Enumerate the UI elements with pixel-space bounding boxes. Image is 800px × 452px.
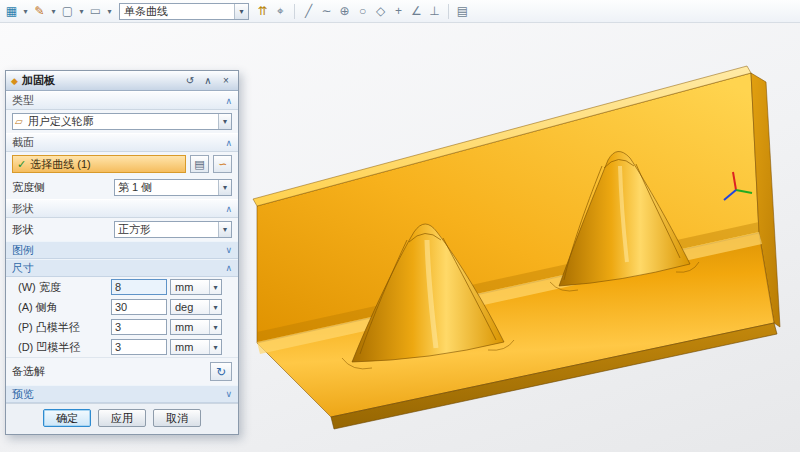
dimensions-label: 尺寸 (12, 261, 34, 276)
close-icon[interactable]: × (219, 74, 233, 88)
subgroup-header-dimensions[interactable]: 尺寸 ∧ (6, 259, 238, 277)
dim-die-label: (D) 凹模半径 (18, 340, 108, 355)
type-combo-value: 用户定义轮廓 (25, 114, 218, 129)
dim-width-unit: mm (175, 281, 209, 293)
snap-angle-icon[interactable]: ∠ (408, 3, 425, 20)
chevron-down-icon[interactable]: ▾ (209, 280, 221, 294)
alternate-solution-label: 备选解 (12, 364, 45, 379)
chevron-down-icon: ∨ (225, 245, 232, 255)
profile-icon: ▱ (13, 116, 25, 127)
dialog-footer: 确定 应用 取消 (6, 403, 238, 434)
list-icon[interactable]: ▤ (190, 155, 209, 173)
group-label-type: 类型 (12, 93, 34, 108)
dim-angle-label: (A) 侧角 (18, 300, 108, 315)
snap-circle-center-icon[interactable]: ○ (354, 3, 371, 20)
shape-row-label: 形状 (12, 222, 110, 237)
dim-die-unit-combo[interactable]: mm ▾ (170, 339, 222, 355)
shape-combo-value: 正方形 (115, 222, 218, 237)
positioning-icon[interactable]: ⌖ (272, 3, 289, 20)
preview-label: 预览 (12, 387, 34, 402)
sketch-grid-icon[interactable]: ▦ (3, 3, 20, 20)
dim-width-label: (W) 宽度 (18, 280, 108, 295)
group-label-shape: 形状 (12, 201, 34, 216)
dim-row-punch-radius: (P) 凸模半径 3 mm ▾ (6, 317, 238, 337)
select-curve-field[interactable]: ✓ 选择曲线 (1) (12, 155, 186, 173)
snap-perpendicular-icon[interactable]: ⊥ (426, 3, 443, 20)
toolbar-separator (294, 4, 295, 19)
chevron-down-icon[interactable]: ▾ (234, 4, 248, 19)
point-constructor-icon[interactable]: ⇈ (254, 3, 271, 20)
ok-button[interactable]: 确定 (43, 409, 91, 427)
chevron-down-icon[interactable]: ▾ (77, 3, 86, 20)
dim-punch-label: (P) 凸模半径 (18, 320, 108, 335)
dim-angle-input[interactable]: 30 (111, 299, 167, 315)
chevron-up-icon: ∧ (225, 96, 232, 106)
dialog-titlebar[interactable]: ◆ 加固板 ↺ ∧ × (6, 71, 238, 91)
toolbar-separator (448, 4, 449, 19)
chevron-down-icon[interactable]: ▾ (49, 3, 58, 20)
width-side-combo[interactable]: 第 1 侧 ▾ (114, 179, 232, 196)
dim-row-die-radius: (D) 凹模半径 3 mm ▾ (6, 337, 238, 357)
chevron-down-icon[interactable]: ▾ (218, 222, 231, 237)
width-side-value: 第 1 侧 (115, 180, 218, 195)
check-icon: ✓ (17, 158, 26, 171)
dialog-title: 加固板 (22, 73, 179, 88)
curve-chain-icon[interactable]: ∽ (213, 155, 232, 173)
curve-pencil-icon[interactable]: ✎ (31, 3, 48, 20)
cancel-button[interactable]: 取消 (153, 409, 201, 427)
chevron-down-icon: ∨ (225, 389, 232, 399)
chevron-down-icon[interactable]: ▾ (209, 300, 221, 314)
apply-button[interactable]: 应用 (98, 409, 146, 427)
cycle-solutions-icon[interactable]: ↻ (210, 362, 232, 381)
dim-row-side-angle: (A) 侧角 30 deg ▾ (6, 297, 238, 317)
dim-punch-unit-combo[interactable]: mm ▾ (170, 319, 222, 335)
chevron-up-icon: ∧ (225, 138, 232, 148)
clipboard-icon[interactable]: ▤ (454, 3, 471, 20)
chevron-down-icon[interactable]: ▾ (105, 3, 114, 20)
collapse-icon[interactable]: ∧ (201, 74, 215, 88)
chevron-up-icon: ∧ (225, 204, 232, 214)
legend-label: 图例 (12, 243, 34, 258)
snap-intersection-icon[interactable]: ⊕ (336, 3, 353, 20)
chevron-up-icon: ∧ (225, 263, 232, 273)
dialog-icon: ◆ (11, 76, 18, 86)
gusset-dialog: ◆ 加固板 ↺ ∧ × 类型 ∧ ▱ 用户定义轮廓 ▾ 截面 ∧ ✓ 选择曲线 … (5, 70, 239, 435)
subgroup-header-preview[interactable]: 预览 ∨ (6, 385, 238, 403)
chevron-down-icon[interactable]: ▾ (218, 114, 231, 129)
snap-curve-icon[interactable]: ∼ (318, 3, 335, 20)
chevron-down-icon[interactable]: ▾ (209, 320, 221, 334)
chevron-down-icon[interactable]: ▾ (21, 3, 30, 20)
dim-width-unit-combo[interactable]: mm ▾ (170, 279, 222, 295)
reset-icon[interactable]: ↺ (183, 74, 197, 88)
dim-die-unit: mm (175, 341, 209, 353)
lasso-select-icon[interactable]: ▭ (87, 3, 104, 20)
dim-punch-unit: mm (175, 321, 209, 333)
top-toolbar: ▦ ▾ ✎ ▾ ▢ ▾ ▭ ▾ 单条曲线 ▾ ⇈ ⌖ ╱ ∼ ⊕ ○ ◇ + ∠… (0, 0, 800, 23)
selection-rect-icon[interactable]: ▢ (59, 3, 76, 20)
group-label-section: 截面 (12, 135, 34, 150)
dim-width-input[interactable]: 8 (111, 279, 167, 295)
alternate-solution-row: 备选解 ↻ (6, 357, 238, 385)
select-curve-label: 选择曲线 (1) (30, 157, 91, 172)
curve-rule-value: 单条曲线 (120, 4, 234, 19)
snap-point-icon[interactable]: + (390, 3, 407, 20)
width-side-label: 宽度侧 (12, 180, 110, 195)
type-combo[interactable]: ▱ 用户定义轮廓 ▾ (12, 113, 232, 130)
dim-punch-input[interactable]: 3 (111, 319, 167, 335)
chevron-down-icon[interactable]: ▾ (218, 180, 231, 195)
dim-die-input[interactable]: 3 (111, 339, 167, 355)
subgroup-header-legend[interactable]: 图例 ∨ (6, 241, 238, 259)
dim-angle-unit: deg (175, 301, 209, 313)
dim-angle-unit-combo[interactable]: deg ▾ (170, 299, 222, 315)
curve-rule-combo[interactable]: 单条曲线 ▾ (119, 3, 249, 20)
group-header-shape[interactable]: 形状 ∧ (6, 199, 238, 218)
dim-row-width: (W) 宽度 8 mm ▾ (6, 277, 238, 297)
group-header-section[interactable]: 截面 ∧ (6, 133, 238, 152)
shape-combo[interactable]: 正方形 ▾ (114, 221, 232, 238)
snap-line-icon[interactable]: ╱ (300, 3, 317, 20)
snap-quadrant-icon[interactable]: ◇ (372, 3, 389, 20)
chevron-down-icon[interactable]: ▾ (209, 340, 221, 354)
group-header-type[interactable]: 类型 ∧ (6, 91, 238, 110)
